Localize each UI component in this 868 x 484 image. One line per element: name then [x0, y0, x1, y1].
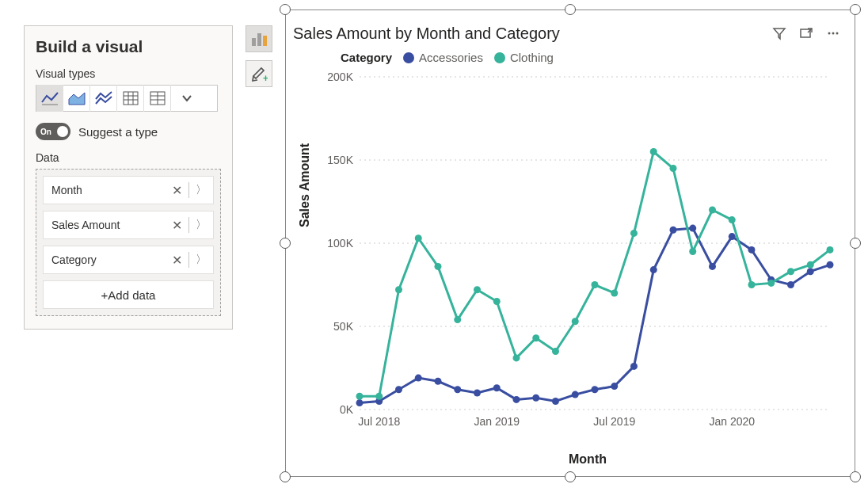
- more-visual-types-dropdown[interactable]: [171, 85, 203, 112]
- table-icon[interactable]: [117, 85, 144, 112]
- svg-point-81: [807, 261, 814, 269]
- svg-point-82: [827, 246, 834, 253]
- field-label: Category: [51, 253, 97, 266]
- legend-item-clothing[interactable]: Clothing: [494, 51, 554, 64]
- svg-text:+: +: [263, 73, 268, 82]
- svg-point-37: [435, 378, 442, 385]
- chart-visual[interactable]: Sales Amount by Month and Category Categ…: [293, 17, 847, 469]
- svg-text:0K: 0K: [340, 403, 354, 416]
- svg-text:50K: 50K: [333, 320, 354, 333]
- svg-point-36: [415, 375, 422, 382]
- panel-title: Build a visual: [36, 37, 221, 56]
- matrix-icon[interactable]: [144, 85, 171, 112]
- chart-header: Sales Amount by Month and Category: [293, 17, 847, 49]
- chart-title: Sales Amount by Month and Category: [293, 25, 560, 43]
- svg-point-73: [650, 148, 657, 155]
- visual-types-label: Visual types: [36, 67, 221, 80]
- svg-point-35: [395, 386, 402, 393]
- toggle-state-text: On: [40, 128, 51, 136]
- line-chart-icon[interactable]: [36, 85, 63, 112]
- resize-handle-ne[interactable]: [850, 4, 861, 15]
- stacked-area-chart-icon[interactable]: [90, 85, 117, 112]
- svg-point-59: [375, 393, 383, 400]
- field-pill-category[interactable]: Category ✕ 〉: [43, 246, 214, 274]
- chart-plot-area: Sales Amount 0K50K100K150K200KJul 2018Ja…: [315, 69, 847, 444]
- y-axis-title: Sales Amount: [298, 143, 312, 227]
- svg-point-42: [532, 394, 539, 402]
- suggest-type-label: Suggest a type: [78, 125, 158, 139]
- x-axis-title: Month: [569, 452, 607, 467]
- field-label: Sales Amount: [51, 219, 120, 231]
- remove-field-icon[interactable]: ✕: [169, 218, 184, 233]
- suggest-type-toggle[interactable]: On: [36, 123, 70, 140]
- legend-swatch: [494, 52, 505, 63]
- legend-label: Clothing: [510, 51, 554, 64]
- svg-point-44: [572, 391, 579, 398]
- add-data-label: +Add data: [101, 288, 156, 302]
- field-menu-chevron-icon[interactable]: 〉: [194, 218, 208, 232]
- resize-handle-e[interactable]: [850, 238, 861, 249]
- svg-point-47: [630, 363, 638, 370]
- svg-point-79: [767, 280, 775, 287]
- svg-point-75: [689, 248, 696, 255]
- svg-point-38: [454, 386, 461, 393]
- visual-side-tools: +: [246, 25, 272, 87]
- svg-point-52: [729, 233, 736, 240]
- resize-handle-se[interactable]: [850, 471, 861, 482]
- svg-point-45: [592, 386, 599, 393]
- svg-point-77: [729, 216, 736, 223]
- add-data-button[interactable]: +Add data: [43, 280, 214, 309]
- svg-point-69: [572, 318, 579, 325]
- legend-item-accessories[interactable]: Accessories: [403, 51, 483, 64]
- svg-point-68: [552, 348, 559, 355]
- format-pane-button[interactable]: +: [246, 60, 272, 87]
- field-pill-month[interactable]: Month ✕ 〉: [43, 176, 214, 204]
- field-label: Month: [51, 184, 82, 196]
- svg-point-55: [787, 281, 794, 288]
- svg-point-49: [670, 227, 677, 234]
- svg-point-46: [611, 383, 618, 390]
- svg-rect-13: [263, 36, 267, 46]
- resize-handle-n[interactable]: [565, 4, 576, 15]
- svg-point-74: [670, 165, 677, 172]
- svg-point-33: [356, 399, 364, 406]
- resize-handle-nw[interactable]: [280, 4, 291, 15]
- focus-mode-icon[interactable]: [797, 24, 816, 43]
- chart-legend: Category Accessories Clothing: [341, 51, 847, 64]
- svg-point-71: [611, 290, 618, 297]
- area-chart-icon[interactable]: [63, 85, 90, 112]
- toggle-knob: [57, 126, 68, 137]
- svg-point-41: [513, 396, 520, 403]
- field-menu-chevron-icon[interactable]: 〉: [194, 183, 208, 197]
- svg-point-66: [513, 354, 520, 361]
- svg-point-43: [552, 398, 559, 405]
- svg-point-64: [474, 286, 481, 293]
- field-menu-chevron-icon[interactable]: 〉: [194, 253, 208, 267]
- svg-point-16: [828, 32, 831, 35]
- fields-pane-button[interactable]: [246, 25, 272, 52]
- svg-rect-12: [257, 33, 261, 46]
- legend-title: Category: [341, 51, 392, 64]
- svg-point-57: [827, 261, 834, 269]
- svg-point-80: [787, 268, 794, 275]
- chevron-down-icon: [181, 93, 192, 104]
- svg-text:150K: 150K: [327, 154, 353, 166]
- svg-text:100K: 100K: [327, 237, 353, 250]
- svg-point-56: [807, 268, 814, 275]
- svg-point-65: [493, 298, 501, 305]
- svg-point-18: [836, 32, 839, 35]
- remove-field-icon[interactable]: ✕: [169, 183, 184, 198]
- resize-handle-s[interactable]: [565, 471, 576, 482]
- svg-rect-11: [252, 38, 256, 46]
- svg-rect-15: [801, 29, 810, 37]
- more-options-icon[interactable]: [824, 24, 843, 43]
- filter-icon[interactable]: [770, 24, 789, 43]
- field-pill-sales-amount[interactable]: Sales Amount ✕ 〉: [43, 211, 214, 239]
- resize-handle-w[interactable]: [280, 238, 291, 249]
- resize-handle-sw[interactable]: [280, 471, 291, 482]
- svg-point-48: [650, 266, 657, 273]
- svg-point-39: [474, 390, 481, 397]
- svg-point-62: [435, 263, 442, 270]
- remove-field-icon[interactable]: ✕: [169, 253, 184, 268]
- svg-point-40: [493, 384, 501, 391]
